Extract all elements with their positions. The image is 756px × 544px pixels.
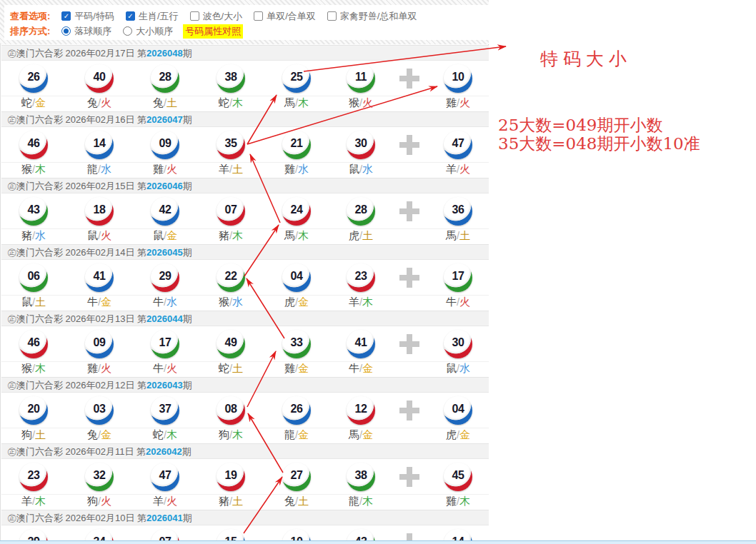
plus-separator-icon (398, 136, 421, 153)
radio-label: 落球顺序 (74, 25, 111, 38)
element-name: 木 (298, 229, 309, 241)
lottery-ball: 46 (19, 131, 48, 159)
zodiac-cell: 羊/木 (331, 296, 391, 309)
element-name: 金 (298, 362, 309, 374)
period-header: ㊣澳门六合彩 2026年02月17日 第2026048期 (1, 45, 489, 61)
zodiac-row: 猴/木雞/火牛/火蛇/土雞/金牛/金鼠/水 (1, 362, 489, 376)
ball-number: 47 (151, 469, 179, 482)
special-ball: 10 (444, 64, 472, 93)
zodiac-name: 雞 (87, 362, 98, 374)
ball-number: 04 (444, 403, 472, 415)
zodiac-cell: 龍/木 (331, 495, 391, 508)
lottery-ball: 29 (151, 263, 179, 292)
zodiac-cell: 羊/火 (428, 163, 488, 176)
lottery-ball: 33 (282, 330, 311, 358)
lottery-ball: 26 (282, 396, 311, 425)
ball-row: 26402838251110 (1, 61, 489, 96)
zodiac-name: 牛 (349, 362, 359, 374)
view-option[interactable]: ✓平码/特码 (61, 10, 114, 23)
zodiac-name: 羊 (446, 163, 457, 175)
checkbox-label: 平码/特码 (74, 10, 114, 23)
zodiac-name: 兔 (87, 96, 98, 109)
zodiac-cell: 狗/木 (201, 428, 261, 442)
ball-number: 17 (151, 336, 179, 349)
checkbox-icon[interactable] (254, 11, 263, 21)
zodiac-cell: 馬/木 (267, 96, 327, 110)
zodiac-cell: 蛇/金 (4, 96, 64, 110)
element-name: 水 (101, 163, 111, 175)
ball-number: 11 (347, 71, 375, 84)
ball-number: 24 (282, 203, 311, 216)
element-name: 木 (459, 495, 470, 507)
zodiac-cell: 鼠/水 (331, 163, 391, 176)
sort-option[interactable]: 落球顺序 (61, 25, 111, 38)
zodiac-name: 馬 (446, 229, 457, 241)
ball-number: 27 (282, 469, 311, 482)
zodiac-name: 牛 (153, 296, 164, 308)
checkbox-label: 单双/合单双 (267, 10, 316, 23)
view-option[interactable]: 波色/大小 (190, 10, 243, 23)
zodiac-row: 蛇/金兔/火兔/土蛇/木馬/木猴/火雞/火 (1, 96, 489, 110)
element-name: 土 (166, 96, 177, 109)
lottery-ball: 35 (217, 131, 245, 159)
view-option[interactable]: 家禽野兽/总和单双 (327, 10, 417, 23)
checkbox-icon[interactable] (327, 11, 337, 21)
checkbox-icon[interactable]: ✓ (61, 11, 71, 21)
element-name: 金 (298, 296, 309, 308)
zodiac-row: 羊/木狗/火羊/火豬/土兔/土龍/木雞/木 (1, 495, 489, 508)
sort-option[interactable]: 大小顺序 (123, 25, 173, 38)
period-title: ㊣澳门六合彩 2026年02月15日 第 (7, 181, 146, 191)
lottery-ball: 26 (19, 64, 48, 93)
zodiac-name: 虎 (284, 296, 295, 308)
zodiac-name: 龍 (87, 163, 98, 175)
checkbox-icon[interactable]: ✓ (126, 11, 135, 21)
lottery-ball: 42 (151, 197, 179, 226)
zodiac-name: 馬 (284, 96, 295, 109)
issue-number: 2026044 (146, 313, 183, 324)
zodiac-cell: 牛/水 (135, 296, 195, 309)
number-attribute-compare-link[interactable]: 号码属性对照 (183, 24, 243, 39)
annotation-line-2: 35大数=048期开小数10准 (498, 133, 700, 155)
zodiac-cell: 雞/火 (135, 163, 195, 176)
zodiac-name: 兔 (284, 495, 295, 507)
zodiac-name: 馬 (349, 428, 359, 440)
zodiac-cell: 龍/金 (267, 428, 327, 442)
zodiac-name: 雞 (153, 163, 164, 175)
ball-number: 26 (19, 71, 48, 84)
ball-row: 06412922042317 (1, 260, 489, 296)
element-name: 土 (232, 163, 243, 175)
period-block: ㊣澳门六合彩 2026年02月17日 第2026048期264028382511… (1, 45, 489, 111)
checkbox-icon[interactable] (190, 11, 199, 21)
view-option[interactable]: ✓生肖/五行 (126, 10, 179, 23)
period-title: ㊣澳门六合彩 2026年02月14日 第 (7, 247, 146, 258)
element-name: 木 (166, 428, 177, 440)
zodiac-cell: 虎/金 (428, 428, 488, 442)
element-name: 金 (459, 428, 470, 440)
lottery-ball: 23 (347, 263, 375, 292)
issue-suffix: 期 (183, 247, 192, 258)
zodiac-cell: 鼠/水 (428, 362, 488, 376)
zodiac-cell: 雞/木 (428, 495, 488, 508)
zodiac-cell: 虎/金 (267, 296, 327, 309)
element-name: 金 (101, 428, 111, 440)
element-name: 水 (459, 362, 470, 374)
radio-icon[interactable] (61, 26, 71, 36)
radio-icon[interactable] (123, 26, 132, 36)
issue-number: 2026048 (146, 48, 183, 59)
annotation-title: 特码大小 (540, 47, 632, 71)
view-option[interactable]: 单双/合单双 (254, 10, 316, 23)
ball-number: 18 (85, 203, 114, 216)
ball-number: 30 (444, 336, 472, 349)
zodiac-cell: 狗/土 (4, 428, 64, 442)
element-name: 土 (232, 362, 243, 374)
lottery-ball: 37 (151, 396, 179, 425)
special-ball: 17 (444, 263, 472, 292)
element-name: 火 (459, 96, 470, 109)
element-name: 木 (232, 229, 243, 241)
lottery-ball: 09 (85, 330, 114, 358)
bottom-scrollbar[interactable] (0, 540, 756, 544)
lottery-ball: 20 (19, 396, 48, 425)
zodiac-cell: 牛/火 (135, 362, 195, 376)
zodiac-cell: 雞/金 (267, 362, 327, 376)
zodiac-name: 蛇 (21, 96, 32, 109)
